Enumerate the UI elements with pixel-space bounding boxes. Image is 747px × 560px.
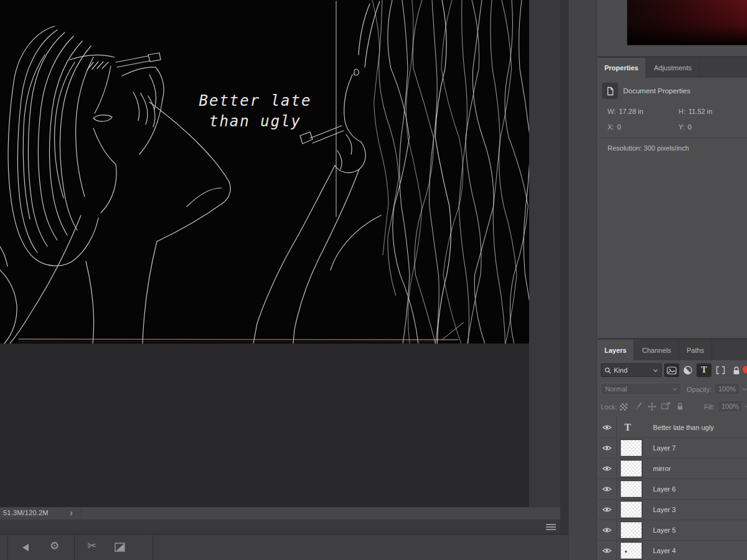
- layer-filter-row: Kind T: [597, 360, 747, 380]
- eye-icon: [602, 445, 612, 451]
- opacity-label: Opacity:: [687, 386, 712, 393]
- artboard-lock-icon[interactable]: [661, 402, 670, 410]
- panel-resize-strip: [0, 520, 560, 534]
- filter-pixel-layers-button[interactable]: [664, 363, 679, 377]
- x-field: X:0: [608, 123, 621, 131]
- tab-properties[interactable]: Properties: [597, 58, 646, 78]
- layer-list: TBetter late than uglyLayer 7mirrorLayer…: [597, 418, 747, 560]
- play-back-icon[interactable]: [22, 544, 29, 551]
- text-layer-icon[interactable]: T: [617, 418, 647, 438]
- canvas-text-better-late-than-ugly: Better late than ugly: [190, 91, 321, 132]
- toolbar-divider: [7, 535, 8, 560]
- layer-thumbnail[interactable]: [617, 479, 647, 500]
- layer-visibility-toggle[interactable]: [597, 541, 617, 560]
- y-field: Y:0: [679, 123, 692, 131]
- opacity-value-box[interactable]: 100%: [714, 383, 740, 395]
- timeline-toolbar: ⚙ ✂: [0, 534, 568, 560]
- filter-type-layers-button[interactable]: T: [697, 363, 712, 377]
- thumbnail-checkerboard: [621, 440, 642, 456]
- layer-thumbnail[interactable]: [617, 438, 647, 459]
- filter-switch-toggle[interactable]: [743, 366, 747, 373]
- layer-name: Layer 3: [653, 506, 676, 513]
- document-canvas[interactable]: Better late than ugly: [0, 0, 529, 343]
- tab-paths[interactable]: Paths: [679, 340, 712, 360]
- layer-row[interactable]: Layer 5: [597, 520, 747, 541]
- document-properties-header: Document Properties: [602, 83, 690, 99]
- layer-name: Layer 5: [653, 526, 676, 534]
- drag-handle-icon[interactable]: [546, 523, 556, 530]
- thumbnail-checkerboard: [621, 460, 642, 477]
- tab-channels[interactable]: Channels: [634, 340, 679, 360]
- layer-visibility-toggle[interactable]: [597, 459, 617, 479]
- brush-icon[interactable]: [634, 402, 642, 411]
- layer-visibility-toggle[interactable]: [597, 500, 617, 520]
- filter-shape-layers-button[interactable]: [713, 363, 728, 377]
- chevron-down-icon[interactable]: [745, 405, 747, 408]
- tab-layers[interactable]: Layers: [597, 340, 634, 360]
- layer-thumbnail[interactable]: [617, 520, 647, 541]
- blend-mode-dropdown[interactable]: Normal: [601, 383, 682, 395]
- layer-row[interactable]: Layer 3: [597, 500, 747, 520]
- search-icon: [604, 367, 611, 374]
- filter-kind-dropdown[interactable]: Kind: [601, 363, 662, 377]
- tab-adjustments[interactable]: Adjustments: [646, 58, 700, 78]
- layer-thumbnail[interactable]: [617, 459, 647, 479]
- type-layer-glyph: T: [624, 422, 631, 433]
- lock-all-icon[interactable]: [676, 402, 684, 411]
- layer-row[interactable]: TBetter late than ugly: [597, 418, 747, 438]
- panel-column: Properties Adjustments Document Properti…: [596, 0, 747, 560]
- thumbnail-content-dot: [625, 551, 627, 553]
- panel-dock-strip: [568, 0, 596, 560]
- layer-name: Layer 6: [653, 485, 676, 493]
- layer-row[interactable]: Layer 4: [597, 541, 747, 560]
- layer-row[interactable]: mirror: [597, 459, 747, 479]
- eye-icon: [602, 527, 612, 533]
- lock-label: Lock:: [601, 403, 617, 411]
- lock-row: Lock: Fill: 100%: [597, 398, 747, 418]
- gear-icon[interactable]: ⚙: [50, 539, 59, 552]
- thumbnail-checkerboard: [621, 522, 642, 538]
- color-panel: [597, 0, 747, 58]
- eye-icon: [602, 465, 612, 472]
- height-field: H:11.52 in: [679, 108, 712, 115]
- line-art-illustration: [0, 0, 529, 343]
- layer-visibility-toggle[interactable]: [597, 438, 617, 459]
- layer-visibility-toggle[interactable]: [597, 418, 617, 438]
- thumbnail-checkerboard: [621, 502, 642, 518]
- filter-smart-objects-button[interactable]: [729, 363, 744, 377]
- eye-icon: [602, 506, 612, 513]
- layer-name: mirror: [653, 465, 671, 472]
- eye-icon: [602, 424, 612, 431]
- chevron-down-icon[interactable]: [742, 388, 747, 391]
- layers-tabbar: Layers Channels Paths: [597, 340, 747, 360]
- pasteboard: [0, 343, 560, 507]
- layer-row[interactable]: Layer 7: [597, 438, 747, 459]
- fill-value-box[interactable]: 100%: [718, 400, 743, 413]
- lock-transparency-icon[interactable]: [620, 403, 627, 411]
- divider: [597, 138, 747, 138]
- toolbar-divider: [153, 535, 153, 560]
- layer-visibility-toggle[interactable]: [597, 520, 617, 541]
- transition-icon[interactable]: [115, 543, 125, 552]
- color-gradient-swatch[interactable]: [627, 0, 747, 45]
- fill-label: Fill:: [704, 403, 715, 411]
- chevron-down-icon: [653, 369, 658, 372]
- status-menu-chevron-icon[interactable]: ›: [70, 507, 73, 518]
- filter-adjustment-layers-button[interactable]: [680, 363, 695, 377]
- photoshop-window: Better late than ugly 51.3M/120.2M › ⚙ ✂: [0, 0, 747, 560]
- layer-row[interactable]: Layer 6: [597, 479, 747, 500]
- chevron-down-icon: [672, 388, 677, 391]
- scissors-icon[interactable]: ✂: [87, 539, 96, 552]
- thumbnail-checkerboard: [621, 481, 642, 497]
- resolution-readout: Resolution: 300 pixels/inch: [608, 144, 689, 152]
- layer-thumbnail[interactable]: [617, 500, 647, 520]
- layer-name: Layer 7: [653, 444, 676, 452]
- caption-line-2: than ugly: [190, 111, 321, 132]
- layer-thumbnail[interactable]: [617, 541, 647, 560]
- document-status-bar: 51.3M/120.2M ›: [0, 507, 560, 520]
- layer-visibility-toggle[interactable]: [597, 479, 617, 500]
- window-gutter: [560, 0, 568, 534]
- move-icon[interactable]: [647, 402, 657, 411]
- eye-icon: [602, 486, 612, 492]
- thumbnail-checkerboard: [621, 543, 642, 559]
